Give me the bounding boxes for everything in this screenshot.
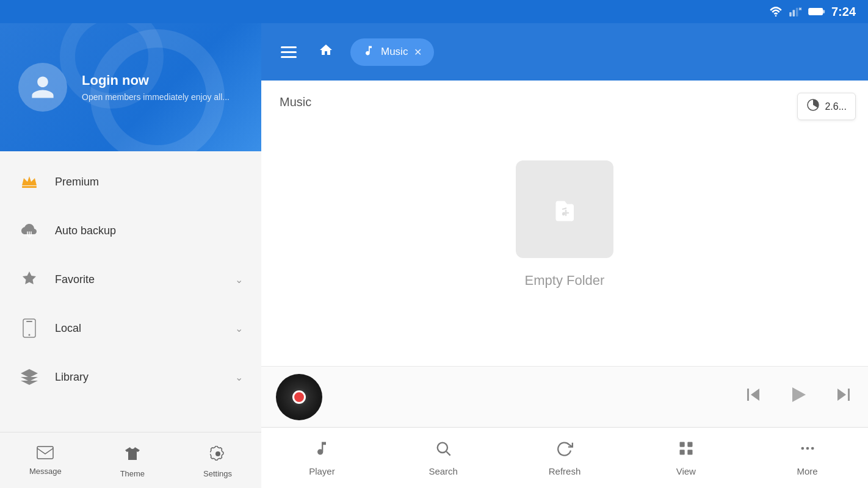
vinyl-center [292, 390, 306, 404]
sidebar-message-button[interactable]: Message [17, 443, 74, 481]
empty-folder-icon [516, 160, 613, 258]
close-icon[interactable]: ✕ [414, 46, 422, 58]
star-icon [18, 268, 40, 290]
status-time: 7:24 [831, 5, 856, 19]
refresh-label: Refresh [549, 466, 581, 476]
refresh-icon [556, 440, 573, 461]
main-layout: Login now Open members immediately enjoy… [0, 23, 868, 488]
music-tab-label: Music [381, 46, 408, 58]
sidebar-item-favorite-label: Favorite [55, 273, 220, 286]
bottom-nav: Player Search [261, 427, 868, 488]
bottom-nav-player[interactable]: Player [261, 434, 383, 483]
sidebar-item-premium[interactable]: Premium [0, 157, 261, 206]
sidebar-item-local-label: Local [55, 322, 220, 335]
search-label: Search [429, 466, 458, 476]
shirt-icon [125, 446, 140, 465]
svg-point-22 [811, 447, 814, 450]
sidebar-item-autobackup-label: Auto backup [55, 224, 243, 237]
login-title: Login now [82, 73, 230, 88]
svg-point-14 [438, 442, 447, 452]
player-label: Player [309, 466, 335, 476]
play-button[interactable] [787, 384, 809, 411]
wifi-icon [769, 7, 783, 16]
sidebar-header[interactable]: Login now Open members immediately enjoy… [0, 23, 261, 151]
theme-label: Theme [120, 469, 145, 478]
grid-icon [678, 440, 695, 461]
view-label: View [676, 466, 696, 476]
bottom-nav-search[interactable]: Search [383, 434, 504, 483]
top-bar: Music ✕ [261, 23, 868, 81]
svg-rect-8 [22, 186, 37, 188]
bottom-nav-view[interactable]: View [625, 434, 747, 483]
login-subtitle: Open members immediately enjoy all... [82, 92, 230, 102]
prev-button[interactable] [743, 385, 763, 409]
sidebar-item-favorite[interactable]: Favorite ⌄ [0, 255, 261, 304]
gear-icon [210, 446, 226, 465]
status-icons: 7:24 [769, 5, 856, 19]
player-note-icon [313, 440, 330, 461]
signal-icon [789, 7, 802, 16]
svg-rect-12 [37, 447, 53, 459]
login-info: Login now Open members immediately enjoy… [82, 73, 230, 102]
svg-rect-7 [823, 10, 825, 13]
home-button[interactable] [314, 38, 338, 66]
chevron-down-icon-local: ⌄ [235, 323, 243, 334]
player-controls [743, 384, 853, 411]
sidebar-theme-button[interactable]: Theme [108, 443, 157, 481]
sidebar: Login now Open members immediately enjoy… [0, 23, 261, 488]
svg-rect-11 [26, 321, 32, 322]
svg-rect-2 [793, 10, 795, 16]
right-panel: Music ✕ Music 2.6... [261, 23, 868, 488]
svg-rect-17 [687, 442, 692, 447]
svg-point-21 [806, 447, 809, 450]
svg-rect-18 [679, 450, 684, 454]
battery-icon [808, 7, 825, 16]
envelope-icon [37, 446, 54, 463]
bottom-nav-refresh[interactable]: Refresh [504, 434, 626, 483]
hamburger-line [281, 46, 297, 48]
svg-rect-16 [679, 442, 684, 447]
svg-rect-19 [687, 450, 692, 454]
music-tab[interactable]: Music ✕ [350, 38, 434, 66]
hamburger-line [281, 51, 297, 53]
sidebar-item-library[interactable]: Library ⌄ [0, 353, 261, 401]
sidebar-item-autobackup[interactable]: Auto backup [0, 206, 261, 255]
svg-rect-6 [809, 9, 823, 15]
vinyl-disc[interactable] [276, 374, 322, 420]
status-bar: 7:24 [0, 0, 868, 23]
layers-icon [18, 366, 40, 388]
sidebar-settings-button[interactable]: Settings [191, 443, 244, 481]
hamburger-line [281, 56, 297, 58]
sidebar-nav: Premium Auto backup F [0, 151, 261, 432]
more-label: More [797, 466, 817, 476]
storage-text: 2.6... [825, 101, 847, 112]
bottom-nav-more[interactable]: More [747, 434, 868, 483]
settings-label: Settings [203, 469, 232, 478]
empty-folder-container: Empty Folder [280, 121, 850, 351]
content-area: Music 2.6... [261, 81, 868, 366]
message-label: Message [29, 467, 62, 476]
more-dots-icon [799, 440, 816, 461]
hamburger-button[interactable] [276, 41, 302, 63]
pie-chart-icon [806, 98, 820, 115]
svg-point-20 [801, 447, 804, 450]
storage-badge[interactable]: 2.6... [797, 93, 856, 120]
crown-icon [18, 171, 40, 193]
svg-point-10 [29, 334, 31, 336]
avatar[interactable] [18, 63, 67, 112]
user-icon [29, 74, 56, 101]
chevron-down-icon: ⌄ [235, 274, 243, 285]
cloud-icon [18, 220, 40, 242]
sidebar-bottom: Message Theme Settings [0, 432, 261, 488]
svg-rect-3 [796, 8, 798, 16]
chevron-down-icon-library: ⌄ [235, 371, 243, 383]
search-icon [435, 440, 452, 461]
sidebar-item-premium-label: Premium [55, 176, 243, 188]
next-button[interactable] [834, 385, 853, 409]
music-note-icon [363, 45, 375, 60]
svg-line-15 [446, 451, 450, 455]
sidebar-item-local[interactable]: Local ⌄ [0, 304, 261, 353]
content-title: Music [280, 95, 311, 109]
phone-icon [18, 317, 40, 339]
sidebar-item-library-label: Library [55, 371, 220, 384]
